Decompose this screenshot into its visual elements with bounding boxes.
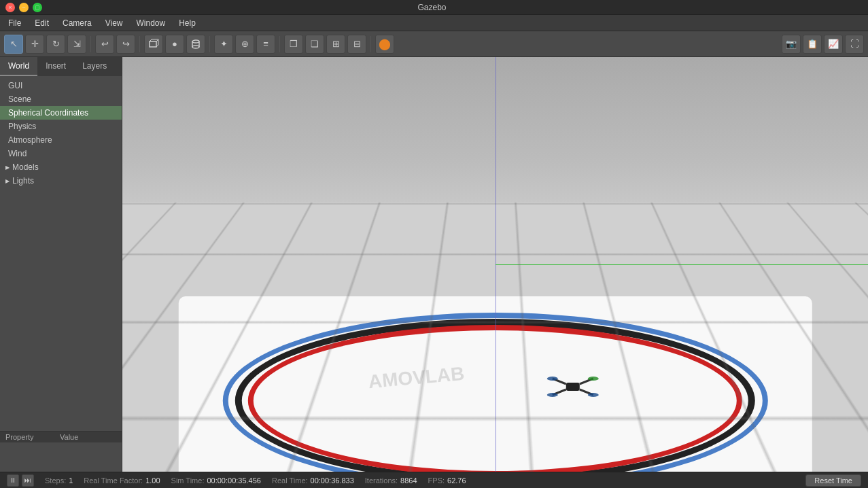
- select-tool-button[interactable]: ↖: [4, 35, 23, 54]
- toolbar-separator-1: [90, 36, 91, 52]
- menu-edit[interactable]: Edit: [29, 17, 54, 29]
- horizontal-axis-line: [496, 264, 869, 265]
- viewport-canvas: AMOVLAB: [122, 57, 868, 472]
- object-button[interactable]: ⬤: [375, 35, 394, 54]
- chart-button[interactable]: 📈: [824, 35, 843, 54]
- svg-point-15: [588, 377, 599, 381]
- real-time-value: 00:00:36.833: [311, 476, 354, 485]
- reset-time-button[interactable]: Reset Time: [805, 474, 861, 487]
- real-time-info: Real Time: 00:00:36.833: [272, 476, 354, 485]
- property-col: Property: [5, 433, 60, 441]
- menu-help[interactable]: Help: [173, 17, 201, 29]
- point-light-button[interactable]: ✦: [214, 35, 233, 54]
- models-label: Models: [12, 162, 39, 172]
- fullscreen-button[interactable]: ⛶: [845, 35, 864, 54]
- tab-layers[interactable]: Layers: [74, 57, 115, 76]
- sidebar-item-atmosphere[interactable]: Atmosphere: [0, 133, 122, 147]
- svg-rect-0: [150, 41, 156, 47]
- realtime-factor-value: 1.00: [145, 476, 160, 485]
- sidebar-item-models[interactable]: ▶ Models: [0, 160, 122, 174]
- align-button[interactable]: ⊞: [326, 35, 345, 54]
- redo-button[interactable]: ↪: [116, 35, 135, 54]
- dir-light-button[interactable]: ≡: [256, 35, 275, 54]
- paste-button[interactable]: ❑: [305, 35, 324, 54]
- tab-insert[interactable]: Insert: [37, 57, 74, 76]
- svg-point-16: [547, 393, 558, 397]
- toolbar-separator-4: [279, 36, 280, 52]
- toolbar-separator-3: [209, 36, 210, 52]
- play-controls: ⏸ ⏭: [7, 474, 34, 487]
- menubar: File Edit Camera View Window Help: [0, 15, 868, 31]
- screenshot-button[interactable]: 📷: [782, 35, 801, 54]
- spot-light-button[interactable]: ⊕: [235, 35, 254, 54]
- sidebar-item-spherical-coordinates[interactable]: Spherical Coordinates: [0, 106, 122, 120]
- triangle-icon: ▶: [5, 164, 10, 171]
- close-button[interactable]: ×: [5, 3, 15, 12]
- titlebar: × − □ Gazebo: [0, 0, 868, 15]
- sidebar-item-gui[interactable]: GUI: [0, 79, 122, 92]
- realtime-factor-label: Real Time Factor:: [84, 476, 143, 485]
- sidebar-tabs: World Insert Layers: [0, 57, 122, 76]
- steps-info: Steps: 1: [45, 476, 73, 485]
- window-controls: × − □: [5, 3, 42, 12]
- menu-window[interactable]: Window: [131, 17, 171, 29]
- fps-info: FPS: 62.76: [428, 476, 466, 485]
- sidebar-content: GUI Scene Spherical Coordinates Physics …: [0, 76, 122, 431]
- undo-button[interactable]: ↩: [95, 35, 114, 54]
- sim-time-info: Sim Time: 00:00:00:35.456: [171, 476, 261, 485]
- sim-time-label: Sim Time:: [171, 476, 205, 485]
- box-button[interactable]: [144, 35, 163, 54]
- sidebar-item-wind[interactable]: Wind: [0, 147, 122, 160]
- iterations-info: Iterations: 8864: [365, 476, 417, 485]
- svg-point-17: [588, 393, 599, 397]
- real-time-label: Real Time:: [272, 476, 308, 485]
- copy-button[interactable]: ❒: [284, 35, 303, 54]
- triangle-icon: ▶: [5, 178, 10, 184]
- rotate-tool-button[interactable]: ↻: [46, 35, 65, 54]
- value-col: Value: [60, 433, 78, 441]
- snap-button[interactable]: ⊟: [347, 35, 366, 54]
- toolbar-separator-5: [370, 36, 371, 52]
- main-area: World Insert Layers GUI Scene Spherical …: [0, 57, 868, 472]
- fps-value: 62.76: [447, 476, 466, 485]
- property-header: Property Value: [0, 432, 122, 442]
- tab-world[interactable]: World: [0, 57, 37, 76]
- menu-camera[interactable]: Camera: [57, 17, 97, 29]
- cylinder-button[interactable]: [186, 35, 205, 54]
- toolbar: ↖ ✛ ↻ ⇲ ↩ ↪ ● ✦ ⊕ ≡ ❒ ❑ ⊞ ⊟ ⬤ 📷 📋 📈 ⛶: [0, 31, 868, 57]
- sidebar-item-lights[interactable]: ▶ Lights: [0, 174, 122, 188]
- sidebar-item-scene[interactable]: Scene: [0, 92, 122, 106]
- lights-label: Lights: [12, 176, 34, 186]
- minimize-button[interactable]: −: [19, 3, 29, 12]
- translate-tool-button[interactable]: ✛: [25, 35, 44, 54]
- pause-button[interactable]: ⏸: [7, 474, 19, 487]
- menu-file[interactable]: File: [3, 17, 27, 29]
- steps-value: 1: [69, 476, 73, 485]
- statusbar: ⏸ ⏭ Steps: 1 Real Time Factor: 1.00 Sim …: [0, 472, 868, 488]
- sphere-button[interactable]: ●: [165, 35, 184, 54]
- window-title: Gazebo: [417, 3, 446, 12]
- steps-label: Steps:: [45, 476, 66, 485]
- svg-point-6: [192, 40, 199, 43]
- fps-label: FPS:: [428, 476, 445, 485]
- sim-time-value: 00:00:00:35.456: [207, 476, 261, 485]
- drone-body: [566, 383, 580, 391]
- realtime-factor-info: Real Time Factor: 1.00: [84, 476, 160, 485]
- step-button[interactable]: ⏭: [22, 474, 34, 487]
- property-panel: Property Value: [0, 431, 122, 472]
- scale-tool-button[interactable]: ⇲: [67, 35, 86, 54]
- svg-point-9: [192, 46, 199, 48]
- sidebar-item-physics[interactable]: Physics: [0, 120, 122, 133]
- toolbar-separator-2: [139, 36, 140, 52]
- sidebar: World Insert Layers GUI Scene Spherical …: [0, 57, 122, 472]
- drone: [546, 373, 600, 400]
- log-button[interactable]: 📋: [803, 35, 822, 54]
- viewport[interactable]: AMOVLAB: [122, 57, 868, 472]
- iterations-label: Iterations:: [365, 476, 398, 485]
- menu-view[interactable]: View: [100, 17, 128, 29]
- svg-point-14: [547, 377, 558, 381]
- iterations-value: 8864: [400, 476, 417, 485]
- maximize-button[interactable]: □: [33, 3, 42, 12]
